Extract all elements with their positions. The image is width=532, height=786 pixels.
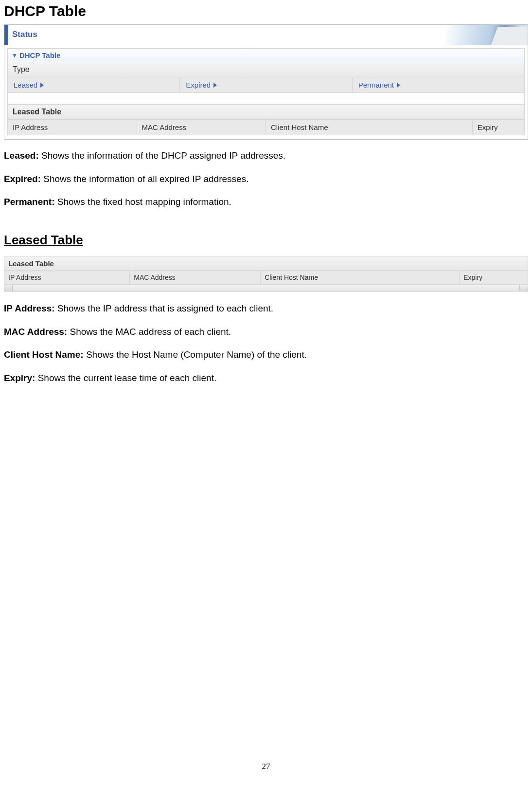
column-expiry-2: Expiry [460,271,528,284]
type-option-permanent[interactable]: Permanent [353,77,524,92]
status-header: Status [4,25,528,45]
page-title: DHCP Table [4,3,528,19]
description-block-1: Leased: Shows the information of the DHC… [4,149,528,208]
type-option-leased-label: Leased [14,81,37,89]
leased-table-title: Leased Table [8,105,524,120]
decorative-header-image [445,25,528,45]
column-expiry: Expiry [473,120,524,135]
arrow-right-icon [397,83,400,88]
column-headers-row-2: IP Address MAC Address Client Host Name … [4,271,528,284]
page-number: 27 [0,762,532,771]
status-accent-bar [4,25,8,45]
panel-title-row[interactable]: ▼ DHCP Table [8,49,524,62]
desc-client-host-name: Client Host Name: Shows the Host Name (C… [4,348,528,361]
type-options-row: Leased Expired Permanent [8,77,524,93]
column-ip-address-2: IP Address [4,271,130,284]
type-option-leased[interactable]: Leased [8,77,180,92]
column-client-host-name-2: Client Host Name [261,271,460,284]
figure-dhcp-panel: Status ▼ DHCP Table Type Leased Expired … [4,24,528,140]
panel-title: DHCP Table [19,51,60,59]
desc-expiry: Expiry: Shows the current lease time of … [4,372,528,384]
column-ip-address: IP Address [8,120,137,135]
status-label: Status [8,25,42,45]
column-client-host-name: Client Host Name [266,120,473,135]
desc-mac-address: MAC Address: Shows the MAC address of ea… [4,326,528,338]
desc-expired: Expired: Shows the information of all ex… [4,173,528,185]
chevron-down-icon: ▼ [12,53,18,58]
dhcp-table-section: ▼ DHCP Table Type Leased Expired Permane… [7,48,525,135]
figure-leased-table: Leased Table IP Address MAC Address Clie… [4,256,528,292]
column-mac-address-2: MAC Address [130,271,261,284]
type-option-expired-label: Expired [186,81,211,89]
spacer [8,93,524,105]
type-option-permanent-label: Permanent [358,81,394,89]
desc-leased: Leased: Shows the information of the DHC… [4,149,528,162]
horizontal-scrollbar[interactable] [4,285,528,292]
section-heading-leased-table: Leased Table [4,233,528,248]
column-mac-address: MAC Address [137,120,266,135]
description-block-2: IP Address: Shows the IP address that is… [4,302,528,384]
desc-permanent: Permanent: Shows the fixed host mapping … [4,196,528,208]
arrow-right-icon [213,83,217,88]
desc-ip-address: IP Address: Shows the IP address that is… [4,302,528,315]
leased-table-title-2: Leased Table [4,257,528,271]
column-headers-row: IP Address MAC Address Client Host Name … [8,120,524,135]
arrow-right-icon [40,83,44,88]
type-option-expired[interactable]: Expired [180,77,352,92]
type-header: Type [8,62,524,77]
